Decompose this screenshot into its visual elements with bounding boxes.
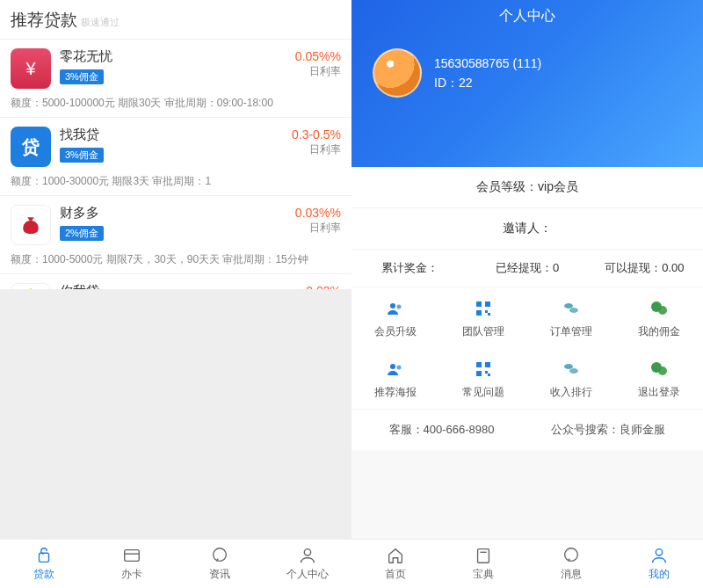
stats-row: 累计奖金：已经提现：0可以提现：0.00 xyxy=(352,250,703,287)
commission-badge: 2%佣金 xyxy=(60,226,104,241)
action-会员升级[interactable]: 会员升级 xyxy=(352,287,439,348)
action-label: 团队管理 xyxy=(443,324,524,339)
tab-我的[interactable]: 我的 xyxy=(615,540,703,588)
action-label: 推荐海报 xyxy=(355,385,436,400)
loan-logo: 贷 xyxy=(11,127,51,167)
member-level: 会员等级：vip会员 xyxy=(352,167,703,208)
tab-icon xyxy=(122,546,141,565)
action-label: 我的佣金 xyxy=(619,324,699,339)
tab-icon xyxy=(562,546,581,565)
rate-label: 日利率 xyxy=(295,64,341,79)
loan-list-screen: 推荐贷款极速通过 ¥ 零花无忧 3%佣金 0.05%% 日利率 额度：5000-… xyxy=(0,0,352,588)
tab-办卡[interactable]: 办卡 xyxy=(88,540,176,588)
tab-贷款[interactable]: 贷款 xyxy=(0,540,88,588)
action-label: 退出登录 xyxy=(619,385,699,400)
moneybag-icon xyxy=(18,212,44,238)
action-团队管理[interactable]: 团队管理 xyxy=(439,287,527,348)
loan-name: 财多多 xyxy=(60,205,295,221)
tab-个人中心[interactable]: 个人中心 xyxy=(264,540,352,588)
page-title: 个人中心 xyxy=(352,7,703,25)
action-label: 常见问题 xyxy=(443,385,524,400)
profile-header: 个人中心 15630588765 (111) ID：22 xyxy=(352,0,703,167)
profile-card: 会员等级：vip会员 邀请人： 累计奖金：已经提现：0可以提现：0.00 会员升… xyxy=(352,167,703,450)
tab-label: 我的 xyxy=(649,567,670,582)
user-info-text: 15630588765 (111) ID：22 xyxy=(434,54,541,92)
tab-label: 消息 xyxy=(561,567,582,582)
tab-icon xyxy=(386,546,405,565)
inviter: 邀请人： xyxy=(352,208,703,250)
tab-icon xyxy=(298,546,317,565)
blank-area xyxy=(352,450,703,539)
tab-宝典[interactable]: 宝典 xyxy=(439,540,527,588)
tab-资讯[interactable]: 资讯 xyxy=(176,540,264,588)
user-id: ID：22 xyxy=(434,73,541,92)
tab-label: 宝典 xyxy=(473,567,494,582)
rate-value: 0.03% xyxy=(306,283,341,289)
blank-area xyxy=(0,289,352,539)
tab-icon xyxy=(210,546,229,565)
rate-value: 0.03%% xyxy=(295,205,341,221)
action-推荐海报[interactable]: 推荐海报 xyxy=(352,348,439,409)
loan-item[interactable]: ¥ 零花无忧 3%佣金 0.05%% 日利率 额度：5000-100000元 期… xyxy=(0,40,352,118)
loan-logo xyxy=(11,283,51,289)
stat-item[interactable]: 累计奖金： xyxy=(352,250,468,287)
coins-icon xyxy=(561,359,582,380)
loan-meta: 额度：1000-30000元 期限3天 审批周期：1 xyxy=(11,174,341,188)
qr-icon xyxy=(473,298,494,319)
commission-badge: 3%佣金 xyxy=(60,69,104,84)
loan-meta: 额度：5000-100000元 期限30天 审批周期：09:00-18:00 xyxy=(11,96,341,110)
tab-消息[interactable]: 消息 xyxy=(527,540,615,588)
action-常见问题[interactable]: 常见问题 xyxy=(439,348,527,409)
tab-icon xyxy=(474,546,493,565)
tab-label: 办卡 xyxy=(121,567,142,582)
service-phone: 客服：400-666-8980 xyxy=(389,422,495,438)
commission-badge: 3%佣金 xyxy=(60,148,104,163)
stat-item[interactable]: 已经提现：0 xyxy=(468,250,585,287)
rate-value: 0.3-0.5% xyxy=(292,127,341,142)
coins-icon xyxy=(561,298,582,319)
wechat-search: 公众号搜索：良师金服 xyxy=(551,422,665,438)
tab-icon xyxy=(34,546,54,565)
tab-label: 个人中心 xyxy=(286,567,329,582)
user-phone: 15630588765 (111) xyxy=(434,54,541,73)
rate-label: 日利率 xyxy=(292,142,341,157)
rate-value: 0.05%% xyxy=(295,48,341,64)
action-退出登录[interactable]: 退出登录 xyxy=(615,348,703,409)
tab-icon xyxy=(649,546,669,565)
action-grid: 会员升级 团队管理 订单管理 我的佣金 推荐海报 常见问题 收入排行 退出登录 xyxy=(352,287,703,409)
tabbar-right: 首页 宝典 消息 我的 xyxy=(352,539,703,588)
loan-item[interactable]: 你我贷 60%佣金 0.03% 日利率 额度：1000-3000元 期限7天 审… xyxy=(0,274,352,289)
tab-label: 资讯 xyxy=(209,567,230,582)
rate-label: 日利率 xyxy=(295,221,341,236)
stat-item[interactable]: 可以提现：0.00 xyxy=(586,250,703,287)
action-收入排行[interactable]: 收入排行 xyxy=(527,348,615,409)
wechat-icon xyxy=(649,359,670,380)
users-icon xyxy=(385,359,406,380)
action-订单管理[interactable]: 订单管理 xyxy=(527,287,615,348)
wechat-icon xyxy=(649,298,670,319)
loan-item[interactable]: 贷 找我贷 3%佣金 0.3-0.5% 日利率 额度：1000-30000元 期… xyxy=(0,118,352,196)
page-title: 推荐贷款极速通过 xyxy=(0,0,352,40)
action-label: 会员升级 xyxy=(355,324,436,339)
loan-logo: ¥ xyxy=(11,48,51,89)
tabbar-left: 贷款 办卡 资讯 个人中心 xyxy=(0,539,352,588)
loan-name: 零花无忧 xyxy=(60,48,295,64)
profile-screen: 个人中心 15630588765 (111) ID：22 会员等级：vip会员 … xyxy=(352,0,703,588)
avatar[interactable] xyxy=(373,48,422,98)
users-icon xyxy=(385,298,406,319)
user-info-box[interactable]: 15630588765 (111) ID：22 xyxy=(373,48,541,98)
contact-row: 客服：400-666-8980 公众号搜索：良师金服 xyxy=(352,409,703,450)
action-我的佣金[interactable]: 我的佣金 xyxy=(615,287,703,348)
loan-list: ¥ 零花无忧 3%佣金 0.05%% 日利率 额度：5000-100000元 期… xyxy=(0,40,352,289)
loan-name: 找我贷 xyxy=(60,127,292,142)
tab-label: 贷款 xyxy=(33,567,54,582)
qr-icon xyxy=(473,359,494,380)
tab-label: 首页 xyxy=(385,567,406,582)
loan-item[interactable]: 财多多 2%佣金 0.03%% 日利率 额度：1000-5000元 期限7天，3… xyxy=(0,196,352,274)
loan-meta: 额度：1000-5000元 期限7天，30天，90天天 审批周期：15分钟 xyxy=(11,252,341,266)
action-label: 订单管理 xyxy=(531,324,612,339)
tab-首页[interactable]: 首页 xyxy=(352,540,439,588)
loan-name: 你我贷 xyxy=(60,283,306,289)
loan-logo xyxy=(11,205,51,245)
action-label: 收入排行 xyxy=(531,385,612,400)
